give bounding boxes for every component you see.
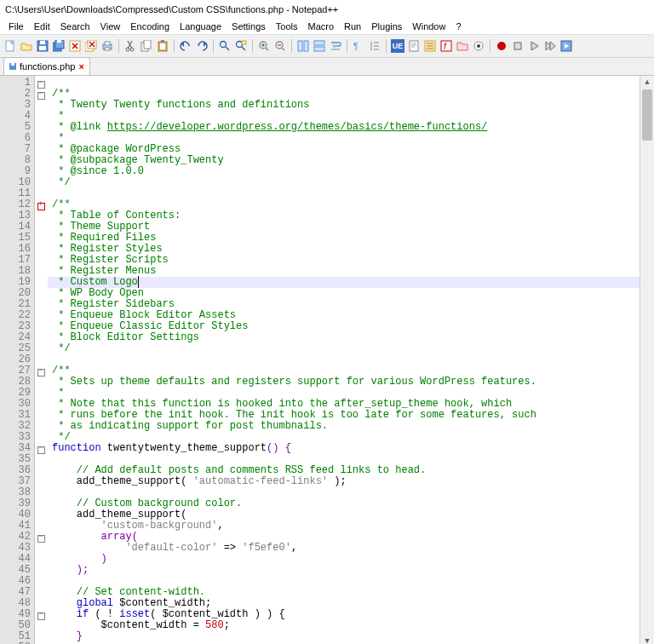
fold-gutter[interactable] (35, 76, 47, 644)
cut-icon[interactable] (123, 39, 137, 53)
menu-view[interactable]: View (95, 20, 126, 32)
svg-point-54 (497, 42, 506, 50)
doc-list-icon[interactable] (423, 39, 437, 53)
replace-icon[interactable] (234, 39, 248, 53)
svg-rect-50 (441, 41, 451, 51)
play-icon[interactable] (527, 39, 541, 53)
menu-tools[interactable]: Tools (271, 20, 303, 32)
window-title: C:\Users\User\Downloads\Compressed\Custo… (5, 4, 338, 14)
open-file-icon[interactable] (20, 39, 33, 53)
menu-run[interactable]: Run (339, 20, 366, 32)
zoom-out-icon[interactable] (273, 39, 287, 53)
svg-rect-34 (314, 41, 324, 45)
svg-rect-42 (410, 41, 418, 51)
menu-edit[interactable]: Edit (29, 20, 55, 32)
wrap-icon[interactable] (329, 39, 342, 53)
svg-point-20 (221, 42, 227, 48)
scrollbar-thumb[interactable] (642, 89, 652, 141)
save-icon[interactable] (36, 39, 49, 53)
menu-encoding[interactable]: Encoding (125, 20, 175, 32)
toolbar-separator (347, 39, 347, 53)
close-all-icon[interactable] (84, 39, 98, 53)
tab-functions-php[interactable]: functions.php × (3, 57, 90, 75)
scroll-down-icon[interactable]: ▼ (640, 635, 654, 644)
new-file-icon[interactable] (3, 39, 17, 53)
line-number-gutter: 1234567891011121314151617181920212223242… (0, 76, 35, 644)
folder-panel-icon[interactable] (456, 39, 469, 53)
toolbar-separator (213, 39, 214, 53)
menu-macro[interactable]: Macro (302, 20, 339, 32)
toolbar-separator (386, 39, 387, 53)
svg-rect-6 (57, 40, 61, 43)
play-multi-icon[interactable] (543, 39, 557, 53)
find-icon[interactable] (218, 39, 232, 53)
menu-search[interactable]: Search (55, 20, 95, 32)
scroll-up-icon[interactable]: ▲ (640, 76, 654, 89)
code-area[interactable]: /** * Twenty Twenty functions and defini… (47, 76, 654, 644)
toolbar-separator (174, 39, 175, 53)
undo-icon[interactable] (179, 39, 192, 53)
toolbar-separator (118, 39, 119, 53)
menu-help[interactable]: ? (450, 20, 466, 32)
menu-file[interactable]: File (3, 20, 29, 32)
svg-rect-19 (160, 43, 165, 49)
copy-icon[interactable] (140, 39, 153, 53)
menu-bar: File Edit Search View Encoding Language … (0, 19, 654, 34)
svg-rect-18 (161, 40, 164, 43)
svg-rect-58 (11, 63, 14, 66)
tab-bar: functions.php × (0, 58, 654, 76)
show-all-chars-icon[interactable]: ¶ (352, 39, 365, 53)
zoom-in-icon[interactable] (257, 39, 271, 53)
title-bar: C:\Users\User\Downloads\Compressed\Custo… (0, 0, 654, 19)
toolbar-separator (490, 39, 490, 53)
svg-line-26 (266, 48, 268, 50)
svg-rect-11 (105, 42, 110, 45)
svg-rect-35 (314, 47, 324, 51)
file-saved-icon (9, 63, 16, 70)
svg-rect-32 (298, 41, 302, 51)
doc-map-icon[interactable] (407, 39, 421, 53)
tab-close-icon[interactable]: × (78, 62, 83, 72)
menu-plugins[interactable]: Plugins (366, 20, 407, 32)
monitor-icon[interactable] (472, 39, 485, 53)
svg-rect-55 (514, 43, 521, 49)
svg-line-23 (242, 47, 245, 50)
sync-h-icon[interactable] (313, 39, 326, 53)
svg-rect-33 (304, 41, 308, 51)
menu-language[interactable]: Language (175, 20, 227, 32)
svg-rect-2 (40, 41, 45, 44)
save-macro-icon[interactable] (559, 39, 573, 53)
paste-icon[interactable] (156, 39, 169, 53)
menu-window[interactable]: Window (407, 20, 450, 32)
print-icon[interactable] (100, 39, 114, 53)
editor[interactable]: 1234567891011121314151617181920212223242… (0, 76, 654, 644)
close-icon[interactable] (68, 39, 82, 53)
toolbar-separator (291, 39, 292, 53)
svg-line-21 (226, 47, 229, 50)
record-icon[interactable] (495, 39, 508, 53)
menu-settings[interactable]: Settings (227, 20, 271, 32)
vertical-scrollbar[interactable]: ▲ ▼ (640, 76, 654, 644)
redo-icon[interactable] (195, 39, 209, 53)
svg-point-53 (477, 44, 480, 48)
svg-line-30 (282, 48, 284, 50)
svg-text:¶: ¶ (353, 42, 358, 51)
svg-rect-16 (144, 40, 151, 49)
svg-rect-3 (39, 46, 46, 50)
user-lang-icon[interactable]: UE (391, 39, 404, 53)
indent-guide-icon[interactable] (368, 39, 382, 53)
svg-rect-24 (242, 41, 246, 44)
func-list-icon[interactable]: f (439, 39, 453, 53)
toolbar-separator (252, 39, 253, 53)
toolbar: ¶ UE f (0, 34, 654, 58)
svg-rect-12 (105, 48, 110, 50)
save-all-icon[interactable] (52, 39, 66, 53)
tab-label: functions.php (20, 61, 75, 72)
sync-v-icon[interactable] (296, 39, 310, 53)
stop-icon[interactable] (511, 39, 525, 53)
svg-point-22 (237, 42, 243, 48)
